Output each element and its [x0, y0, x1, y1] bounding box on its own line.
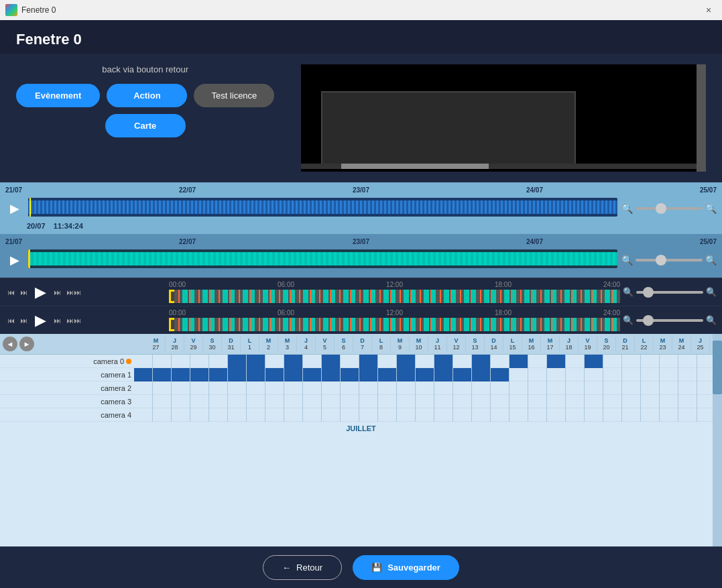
cal-day-cell[interactable] — [585, 368, 603, 381]
cal-day-cell[interactable] — [190, 355, 209, 368]
cal-day-cell[interactable] — [265, 408, 284, 422]
cal-day-cell[interactable] — [134, 381, 153, 395]
cal-day-cell[interactable] — [190, 368, 209, 381]
cal-day-cell[interactable] — [566, 355, 585, 368]
dt1-zoom-thumb[interactable] — [643, 287, 654, 298]
cal-day-cell[interactable] — [660, 408, 678, 422]
cal-day-cell[interactable] — [566, 395, 585, 408]
dt2-skip-end-btn[interactable]: ⏭⏭ — [64, 315, 83, 326]
cal-day-cell[interactable] — [228, 395, 247, 408]
cal-day-cell[interactable] — [547, 395, 566, 408]
cal-day-cell[interactable] — [528, 355, 547, 368]
cal-day-cell[interactable] — [303, 355, 322, 368]
carte-button[interactable]: Carte — [105, 114, 186, 137]
cal-day-cell[interactable] — [434, 408, 453, 422]
cal-day-cell[interactable] — [622, 381, 641, 395]
cal-day-cell[interactable] — [247, 395, 265, 408]
cal-day-cell[interactable] — [472, 395, 491, 408]
cal-day-cell[interactable] — [284, 381, 303, 395]
cal-day-cell[interactable] — [416, 381, 434, 395]
cal-day-cell[interactable] — [678, 355, 697, 368]
cal-day-cell[interactable] — [341, 368, 359, 381]
cal-day-cell[interactable] — [322, 408, 341, 422]
cal-day-cell[interactable] — [528, 408, 547, 422]
cal-day-cell[interactable] — [303, 368, 322, 381]
cal-day-cell[interactable] — [341, 408, 359, 422]
cal-day-cell[interactable] — [247, 408, 265, 422]
cal-day-cell[interactable] — [678, 381, 697, 395]
cal-day-cell[interactable] — [228, 368, 247, 381]
cal-day-cell[interactable] — [547, 381, 566, 395]
cal-day-cell[interactable] — [472, 368, 491, 381]
cal-day-cell[interactable] — [172, 408, 190, 422]
cal-day-cell[interactable] — [378, 381, 397, 395]
dt1-skip-end-btn[interactable]: ⏭⏭ — [64, 287, 83, 298]
cal-day-cell[interactable] — [265, 368, 284, 381]
cal-day-cell[interactable] — [566, 368, 585, 381]
cal-day-cell[interactable] — [509, 408, 528, 422]
cal-day-cell[interactable] — [622, 368, 641, 381]
cal-day-cell[interactable] — [303, 395, 322, 408]
cal-day-cell[interactable] — [603, 355, 622, 368]
tl1-zoom-out-icon[interactable]: 🔍 — [621, 203, 633, 214]
cal-day-cell[interactable] — [641, 368, 660, 381]
cal-day-cell[interactable] — [172, 368, 190, 381]
cal-day-cell[interactable] — [547, 355, 566, 368]
cal-day-cell[interactable] — [434, 368, 453, 381]
cal-day-cell[interactable] — [265, 355, 284, 368]
cal-day-cell[interactable] — [491, 355, 509, 368]
cal-prev-button[interactable]: ◄ — [3, 337, 17, 351]
dt2-play-btn[interactable]: ▶ — [31, 310, 50, 331]
cal-day-cell[interactable] — [172, 395, 190, 408]
cal-day-cell[interactable] — [172, 381, 190, 395]
cal-day-cell[interactable] — [284, 355, 303, 368]
cal-day-cell[interactable] — [585, 381, 603, 395]
cal-day-cell[interactable] — [416, 395, 434, 408]
tl2-zoom-in-icon[interactable]: 🔍 — [705, 255, 717, 266]
cal-day-cell[interactable] — [153, 368, 172, 381]
close-button[interactable]: × — [701, 2, 717, 18]
cal-day-cell[interactable] — [190, 381, 209, 395]
cal-day-cell[interactable] — [434, 395, 453, 408]
cal-day-cell[interactable] — [453, 395, 472, 408]
cal-day-cell[interactable] — [397, 395, 416, 408]
cal-day-cell[interactable] — [641, 355, 660, 368]
cal-day-cell[interactable] — [622, 355, 641, 368]
tl1-zoom-slider[interactable] — [636, 207, 703, 210]
dt2-zoom-thumb[interactable] — [643, 315, 654, 326]
retour-button[interactable]: ← Retour — [263, 555, 342, 580]
cal-day-cell[interactable] — [359, 408, 378, 422]
cal-day-cell[interactable] — [359, 368, 378, 381]
dt1-zoom-slider[interactable] — [636, 291, 703, 294]
cal-day-cell[interactable] — [228, 355, 247, 368]
cal-day-cell[interactable] — [603, 368, 622, 381]
cal-day-cell[interactable] — [472, 355, 491, 368]
cal-day-cell[interactable] — [660, 381, 678, 395]
dt1-play-btn[interactable]: ▶ — [31, 282, 50, 302]
cal-day-cell[interactable] — [134, 355, 153, 368]
cal-next-button[interactable]: ► — [19, 337, 34, 351]
cal-day-cell[interactable] — [397, 368, 416, 381]
dt2-zoom-out-icon[interactable]: 🔍 — [623, 315, 634, 325]
cal-day-cell[interactable] — [303, 381, 322, 395]
cal-day-cell[interactable] — [209, 368, 228, 381]
cal-day-cell[interactable] — [453, 368, 472, 381]
tl2-zoom-slider[interactable] — [636, 259, 703, 261]
tl1-zoom-in-icon[interactable]: 🔍 — [705, 203, 717, 214]
dt1-zoom-in-icon[interactable]: 🔍 — [706, 287, 717, 297]
cal-day-cell[interactable] — [585, 408, 603, 422]
dt1-zoom-out-icon[interactable]: 🔍 — [623, 287, 634, 297]
cal-day-cell[interactable] — [359, 381, 378, 395]
cal-day-cell[interactable] — [547, 408, 566, 422]
dt2-prev-btn[interactable]: ⏭ — [18, 315, 29, 326]
cal-day-cell[interactable] — [303, 408, 322, 422]
cal-day-cell[interactable] — [472, 381, 491, 395]
cal-day-cell[interactable] — [359, 355, 378, 368]
cal-day-cell[interactable] — [622, 408, 641, 422]
cal-day-cell[interactable] — [434, 355, 453, 368]
cal-day-cell[interactable] — [378, 368, 397, 381]
cal-day-cell[interactable] — [153, 395, 172, 408]
tl1-track[interactable] — [28, 198, 617, 219]
cal-day-cell[interactable] — [585, 355, 603, 368]
cal-day-cell[interactable] — [397, 381, 416, 395]
